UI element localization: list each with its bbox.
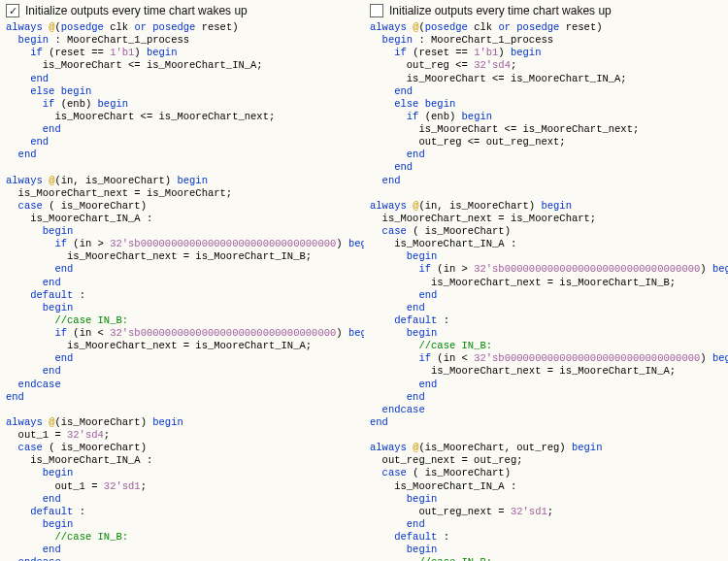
left-header: ✓ Initialize outputs every time chart wa…: [6, 4, 358, 17]
right-code-block: always @(posedge clk or posedge reset) b…: [370, 21, 722, 561]
page: ✓ Initialize outputs every time chart wa…: [0, 0, 728, 561]
right-init-outputs-checkbox[interactable]: [370, 4, 383, 17]
right-panel: Initialize outputs every time chart wake…: [364, 0, 728, 561]
left-init-outputs-checkbox[interactable]: ✓: [6, 4, 19, 17]
right-header: Initialize outputs every time chart wake…: [370, 4, 722, 17]
right-init-outputs-label: Initialize outputs every time chart wake…: [389, 4, 612, 17]
left-init-outputs-label: Initialize outputs every time chart wake…: [25, 4, 248, 17]
left-panel: ✓ Initialize outputs every time chart wa…: [0, 0, 364, 561]
check-icon: ✓: [9, 6, 17, 16]
left-code-block: always @(posedge clk or posedge reset) b…: [6, 21, 358, 561]
